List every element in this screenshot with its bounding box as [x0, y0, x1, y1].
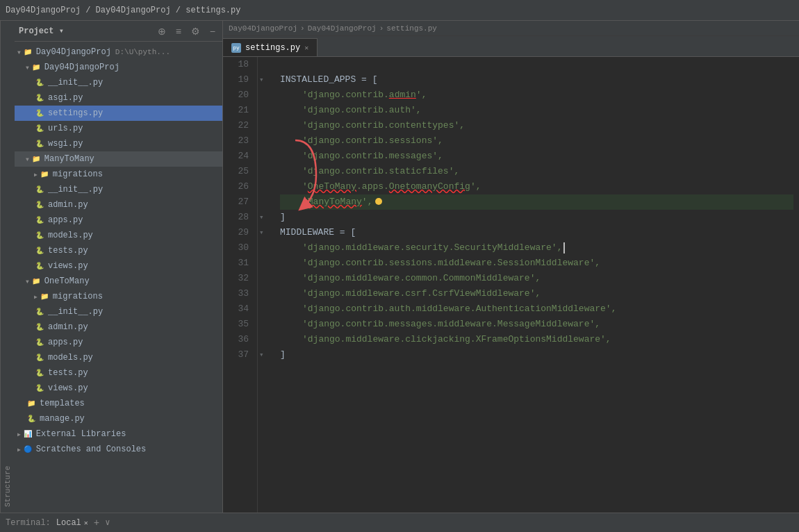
bottom-bar: Terminal: Local ✕ + ∨	[0, 513, 799, 532]
tab-bar: py settings.py ✕	[223, 36, 799, 57]
gutter: ▾ ▾ ▾ ▾	[258, 57, 274, 513]
tree-item-init1[interactable]: 🐍 __init__.py	[15, 75, 222, 90]
sidebar-collapse-btn[interactable]: ≡	[173, 24, 184, 38]
tree-item-views1[interactable]: 🐍 views.py	[15, 258, 222, 274]
tree-item-tests2[interactable]: 🐍 tests.py	[15, 365, 222, 381]
tab-py-icon: py	[231, 43, 241, 53]
tree-item-asgi[interactable]: 🐍 asgi.py	[15, 90, 222, 106]
py-icon: 🐍	[34, 138, 45, 149]
py-icon: 🐍	[34, 77, 45, 88]
tree-label: __init__.py	[48, 307, 103, 317]
tree-item-apps1[interactable]: 🐍 apps.py	[15, 213, 222, 228]
tree-label: Day04DjangoProj	[44, 63, 120, 72]
tree-item-onetomany[interactable]: ▼ 📁 OneToMany	[15, 274, 222, 289]
terminal-label: Terminal:	[6, 518, 51, 528]
breadcrumb-sep2: ›	[379, 24, 384, 33]
scratches-icon: 🔵	[22, 444, 33, 455]
tree-label: migrations	[53, 169, 103, 179]
code-line-35: 'django.contrib.messages.middleware.Mess…	[280, 317, 793, 332]
tree-item-apps2[interactable]: 🐍 apps.py	[15, 335, 222, 350]
tree-item-migrations1[interactable]: ▶ 📁 migrations	[15, 167, 222, 182]
code-line-25: 'django.contrib.staticfiles',	[280, 164, 793, 179]
tree-label: Day04DjangoProj	[36, 47, 111, 57]
breadcrumb-part3: settings.py	[386, 24, 437, 33]
tab-close-btn[interactable]: ✕	[304, 44, 308, 52]
code-line-33: 'django.middleware.csrf.CsrfViewMiddlewa…	[280, 286, 793, 301]
code-line-29: MIDDLEWARE = [	[280, 225, 793, 240]
tree-item-settings[interactable]: 🐍 settings.py	[15, 106, 222, 121]
tree-item-manage[interactable]: 🐍 manage.py	[15, 411, 222, 426]
breadcrumb-sep1: ›	[300, 24, 305, 33]
breadcrumb: Day04DjangoProj › Day04DjangoProj › sett…	[223, 21, 799, 36]
py-icon: 🐍	[34, 337, 45, 348]
py-icon: 🐍	[34, 92, 45, 103]
tree-label: wsgi.py	[48, 139, 83, 149]
expand-icon: ▶	[17, 447, 21, 453]
tree-item-tests1[interactable]: 🐍 tests.py	[15, 243, 222, 258]
py-icon: 🐍	[34, 367, 45, 379]
tree-item-root[interactable]: ▼ 📁 Day04DjangoProj D:\U\pyth...	[15, 44, 222, 60]
py-icon: 🐍	[34, 230, 45, 241]
sidebar-gear-btn[interactable]: ⚙	[188, 24, 203, 38]
tree-label: admin.py	[48, 322, 88, 332]
py-icon: 🐍	[34, 383, 45, 394]
py-icon: 🐍	[26, 413, 37, 424]
tree-item-manytomany[interactable]: ▼ 📁 ManyToMany	[15, 151, 222, 167]
expand-icon: ▼	[26, 279, 29, 285]
py-icon: 🐍	[34, 245, 45, 256]
code-line-18	[280, 57, 793, 72]
breadcrumb-part2: Day04DjangoProj	[308, 24, 377, 33]
tree-item-day04[interactable]: ▼ 📁 Day04DjangoProj	[15, 60, 222, 75]
py-icon: 🐍	[34, 306, 45, 317]
tree-item-init3[interactable]: 🐍 __init__.py	[15, 304, 222, 319]
tree-label: models.py	[48, 353, 93, 363]
tree-item-templates[interactable]: 📁 templates	[15, 396, 222, 411]
expand-icon: ▼	[26, 65, 29, 71]
tab-settings[interactable]: py settings.py ✕	[223, 38, 318, 56]
folder-icon: 📁	[26, 398, 37, 409]
path-label: D:\U\pyth...	[115, 48, 170, 56]
tree-item-migrations2[interactable]: ▶ 📁 migrations	[15, 289, 222, 304]
code-line-26: 'OneToMany.apps.OnetomanyConfig',	[280, 179, 793, 194]
tree-label: __init__.py	[48, 185, 103, 194]
terminal-dropdown-btn[interactable]: ∨	[105, 517, 110, 528]
tree-item-models2[interactable]: 🐍 models.py	[15, 350, 222, 365]
add-terminal-btn[interactable]: +	[94, 517, 99, 529]
tree-item-urls[interactable]: 🐍 urls.py	[15, 121, 222, 136]
sidebar-close-btn[interactable]: −	[207, 24, 218, 38]
ext-libs-icon: 📊	[22, 429, 33, 440]
terminal-close-btn[interactable]: ✕	[84, 519, 88, 527]
line-numbers: 18 19 20 21 22 23 24 25 26 27 28 29 30 3…	[223, 57, 258, 513]
code-content[interactable]: INSTALLED_APPS = [ 'django.contrib.admin…	[274, 57, 799, 513]
structure-tab[interactable]: Structure	[0, 21, 15, 513]
code-line-23: 'django.contrib.sessions',	[280, 133, 793, 149]
py-icon: 🐍	[34, 184, 45, 195]
expand-icon: ▼	[17, 49, 21, 56]
tree-label: views.py	[48, 261, 88, 271]
tree-item-wsgi[interactable]: 🐍 wsgi.py	[15, 136, 222, 151]
tree-item-scratches[interactable]: ▶ 🔵 Scratches and Consoles	[15, 442, 222, 457]
sidebar-sync-btn[interactable]: ⊕	[155, 24, 169, 38]
code-editor[interactable]: 18 19 20 21 22 23 24 25 26 27 28 29 30 3…	[223, 57, 799, 513]
sidebar-project-title[interactable]: Project ▾	[19, 26, 64, 36]
py-icon: 🐍	[34, 352, 45, 363]
tree-item-models1[interactable]: 🐍 models.py	[15, 228, 222, 243]
tree-item-admin2[interactable]: 🐍 admin.py	[15, 319, 222, 335]
tree-label: __init__.py	[48, 78, 103, 88]
tree-label: tests.py	[48, 368, 88, 378]
tree-item-init2[interactable]: 🐍 __init__.py	[15, 182, 222, 197]
terminal-local-tab[interactable]: Local ✕	[56, 518, 88, 528]
code-line-30: 'django.middleware.security.SecurityMidd…	[280, 240, 793, 256]
tab-label: settings.py	[245, 43, 300, 53]
tree-label: apps.py	[48, 215, 83, 225]
tree-label: models.py	[48, 231, 93, 240]
tree-item-ext-libs[interactable]: ▶ 📊 External Libraries	[15, 426, 222, 442]
code-line-31: 'django.contrib.sessions.middleware.Sess…	[280, 256, 793, 271]
expand-icon: ▼	[26, 156, 29, 163]
sidebar-tree: ▼ 📁 Day04DjangoProj D:\U\pyth... ▼ 📁 Day…	[15, 42, 222, 513]
tree-item-views2[interactable]: 🐍 views.py	[15, 381, 222, 396]
tree-item-admin1[interactable]: 🐍 admin.py	[15, 197, 222, 213]
code-line-19: INSTALLED_APPS = [	[280, 72, 793, 88]
expand-icon: ▶	[34, 294, 38, 300]
py-icon: 🐍	[34, 322, 45, 333]
